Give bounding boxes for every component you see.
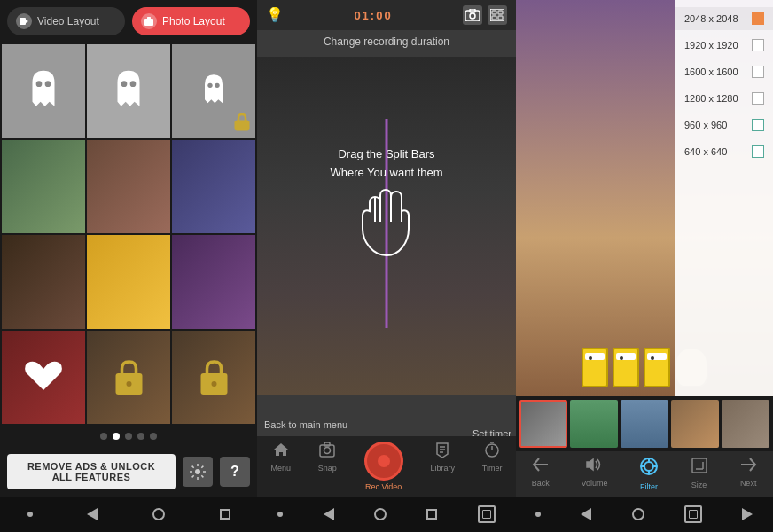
film-item-4[interactable] xyxy=(671,400,719,448)
back-button-mid[interactable] xyxy=(324,508,334,520)
svg-point-6 xyxy=(45,81,51,87)
svg-point-3 xyxy=(147,20,151,24)
nav-snap-label: Snap xyxy=(318,464,337,473)
svg-rect-21 xyxy=(492,11,496,14)
svg-point-26 xyxy=(324,448,331,454)
help-button[interactable]: ? xyxy=(220,457,250,487)
film-item-1[interactable] xyxy=(519,400,567,448)
res-640[interactable]: 640 x 640 xyxy=(675,140,773,163)
grid-cell-3-3[interactable] xyxy=(172,235,255,329)
toolbar-volume[interactable]: Volume xyxy=(581,457,607,491)
record-button[interactable] xyxy=(364,442,403,481)
res-960[interactable]: 960 x 960 xyxy=(675,113,773,137)
photo-layout-button[interactable]: Photo Layout xyxy=(132,7,250,35)
res-label-1920: 1920 x 1920 xyxy=(684,40,738,51)
photo-display: 2048 x 2048 1920 x 1920 1600 x 1600 1280… xyxy=(516,0,773,396)
recent-button-left[interactable] xyxy=(220,509,230,520)
nav-rec-video[interactable]: Rec Video xyxy=(364,442,403,491)
spongebob-3 xyxy=(644,348,670,387)
size-icon xyxy=(691,457,708,479)
res-check-2048[interactable] xyxy=(752,12,764,25)
recent-button-mid[interactable] xyxy=(426,509,437,520)
toolbar-next[interactable]: Next xyxy=(739,457,757,491)
dot-1[interactable] xyxy=(100,433,107,440)
back-label: Back to main menu xyxy=(264,419,347,430)
gear-icon xyxy=(190,464,206,480)
res-check-960[interactable] xyxy=(752,119,764,131)
forward-button-right[interactable] xyxy=(742,508,753,520)
grid-cell-1-2[interactable] xyxy=(87,44,170,138)
toolbar-back[interactable]: Back xyxy=(532,457,550,491)
volume-icon xyxy=(585,457,603,477)
home-button-right[interactable] xyxy=(632,508,644,520)
grid-cell-2-3[interactable] xyxy=(172,140,255,234)
res-1280[interactable]: 1280 x 1280 xyxy=(675,87,773,110)
gallery-icon[interactable] xyxy=(488,5,507,25)
layout-grid xyxy=(0,43,257,426)
nav-menu[interactable]: Menu xyxy=(270,442,291,491)
grid-cell-4-1[interactable] xyxy=(2,331,85,425)
grid-cell-1-1[interactable] xyxy=(2,44,85,138)
res-check-1280[interactable] xyxy=(752,92,764,105)
nav-menu-label: Menu xyxy=(270,464,291,473)
grid-cell-3-2[interactable] xyxy=(87,235,170,329)
settings-button[interactable] xyxy=(183,457,213,487)
nav-snap[interactable]: Snap xyxy=(318,442,337,491)
android-nav-middle xyxy=(258,497,516,532)
res-1600[interactable]: 1600 x 1600 xyxy=(675,60,773,83)
home-button-mid[interactable] xyxy=(374,508,386,520)
film-item-3[interactable] xyxy=(621,400,668,448)
grid-cell-4-3[interactable] xyxy=(172,331,255,425)
timer-icon xyxy=(484,442,500,462)
library-icon xyxy=(434,442,450,462)
dot-4[interactable] xyxy=(137,433,144,440)
svg-rect-4 xyxy=(147,17,151,20)
fullscreen-icon-right[interactable] xyxy=(684,505,702,523)
fullscreen-icon[interactable] xyxy=(478,505,496,523)
home-icon xyxy=(273,442,289,462)
back-button-left[interactable] xyxy=(87,508,98,520)
film-thumb-3 xyxy=(621,400,668,448)
res-check-1920[interactable] xyxy=(752,39,764,51)
dot-5[interactable] xyxy=(150,433,157,440)
snap-icon xyxy=(319,442,335,462)
toolbar-size[interactable]: Size xyxy=(691,457,708,491)
middle-panel: 💡 01:00 xyxy=(257,0,516,497)
film-item-5[interactable] xyxy=(722,400,769,448)
res-check-1600[interactable] xyxy=(752,66,764,78)
svg-point-18 xyxy=(470,13,475,19)
android-nav-left xyxy=(0,497,258,532)
svg-rect-27 xyxy=(324,442,330,446)
grid-cell-1-3[interactable] xyxy=(172,44,255,138)
res-label-960: 960 x 960 xyxy=(684,120,727,130)
remove-ads-button[interactable]: REMOVE ADS & UNLOCK ALL FEATURES xyxy=(7,454,176,489)
res-check-640[interactable] xyxy=(752,145,764,158)
toolbar-filter[interactable]: Filter xyxy=(639,457,659,491)
grid-cell-2-2[interactable] xyxy=(87,140,170,234)
nav-timer[interactable]: Timer xyxy=(482,442,503,491)
film-thumb-4 xyxy=(671,400,719,448)
res-2048[interactable]: 2048 x 2048 xyxy=(675,7,773,30)
camera-switch-icon[interactable] xyxy=(463,5,482,25)
res-label-640: 640 x 640 xyxy=(684,146,727,157)
back-button-right[interactable] xyxy=(581,508,591,520)
android-nav-right xyxy=(515,497,773,532)
spongebob-1 xyxy=(582,348,608,387)
svg-rect-23 xyxy=(492,16,496,20)
home-button-left[interactable] xyxy=(152,508,165,520)
grid-cell-4-2[interactable] xyxy=(87,331,170,425)
nav-timer-label: Timer xyxy=(482,464,503,473)
nav-library[interactable]: Library xyxy=(431,442,456,491)
svg-point-13 xyxy=(126,381,131,387)
grid-cell-3-1[interactable] xyxy=(2,235,85,329)
bulb-icon[interactable]: 💡 xyxy=(266,6,284,24)
dot-3[interactable] xyxy=(125,433,132,440)
android-nav-row xyxy=(0,497,773,532)
video-layout-button[interactable]: Video Layout xyxy=(7,7,125,35)
grid-cell-2-1[interactable] xyxy=(2,140,85,234)
dot-2[interactable] xyxy=(113,433,120,440)
res-1920[interactable]: 1920 x 1920 xyxy=(675,34,773,57)
film-item-2[interactable] xyxy=(570,400,618,448)
filmstrip xyxy=(516,396,773,451)
android-dot-mid xyxy=(277,512,283,517)
